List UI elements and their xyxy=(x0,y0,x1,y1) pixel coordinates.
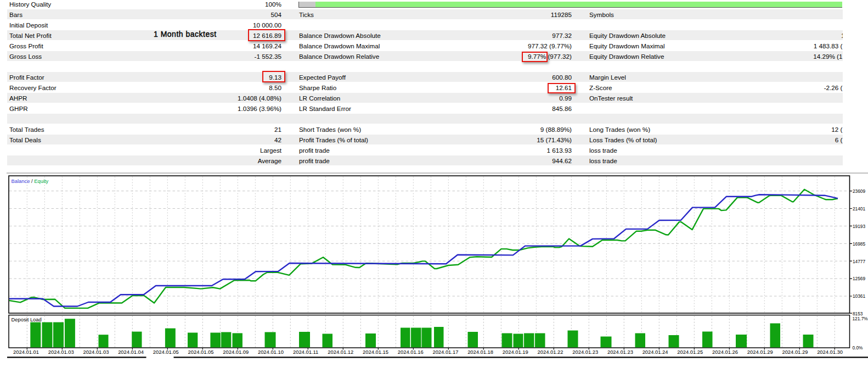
svg-text:Balance / Equity: Balance / Equity xyxy=(12,178,49,184)
svg-text:2024.01.04: 2024.01.04 xyxy=(118,349,144,355)
svg-text:2024.01.18: 2024.01.18 xyxy=(467,349,493,355)
svg-text:2024.01.23: 2024.01.23 xyxy=(572,349,598,355)
svg-text:2024.01.01: 2024.01.01 xyxy=(13,349,39,355)
svg-text:2024.01.03: 2024.01.03 xyxy=(83,349,109,355)
svg-text:2024.01.30: 2024.01.30 xyxy=(817,349,843,355)
svg-text:2024.01.05: 2024.01.05 xyxy=(153,349,179,355)
svg-text:2024.01.12: 2024.01.12 xyxy=(328,349,353,355)
svg-text:2024.01.03: 2024.01.03 xyxy=(48,349,74,355)
svg-text:2024.01.24: 2024.01.24 xyxy=(642,349,668,355)
svg-text:2024.01.29: 2024.01.29 xyxy=(782,349,808,355)
svg-text:2024.01.29: 2024.01.29 xyxy=(747,349,773,355)
svg-text:2024.01.26: 2024.01.26 xyxy=(712,349,738,355)
svg-text:21401: 21401 xyxy=(853,206,865,212)
svg-text:19193: 19193 xyxy=(853,224,865,229)
svg-text:2024.01.23: 2024.01.23 xyxy=(607,349,633,355)
svg-text:14777: 14777 xyxy=(853,259,865,264)
svg-text:2024.01.11: 2024.01.11 xyxy=(293,349,318,355)
svg-text:2024.01.09: 2024.01.09 xyxy=(223,349,249,355)
svg-text:23609: 23609 xyxy=(853,188,865,194)
svg-text:2024.01.05: 2024.01.05 xyxy=(188,349,214,355)
svg-text:2024.01.17: 2024.01.17 xyxy=(432,349,458,355)
svg-text:0.0%: 0.0% xyxy=(853,345,864,351)
svg-text:Deposit Load: Deposit Load xyxy=(12,316,42,322)
svg-text:2024.01.16: 2024.01.16 xyxy=(398,349,424,355)
svg-text:2024.01.19: 2024.01.19 xyxy=(503,349,528,355)
svg-text:16985: 16985 xyxy=(853,241,865,247)
svg-text:2024.01.10: 2024.01.10 xyxy=(258,349,284,355)
svg-text:2024.01.25: 2024.01.25 xyxy=(677,349,703,355)
svg-text:2024.01.15: 2024.01.15 xyxy=(363,349,388,355)
svg-text:12569: 12569 xyxy=(853,276,865,281)
svg-text:121.7%: 121.7% xyxy=(853,316,868,321)
svg-text:2024.01.22: 2024.01.22 xyxy=(538,349,563,355)
svg-text:10361: 10361 xyxy=(853,293,865,299)
